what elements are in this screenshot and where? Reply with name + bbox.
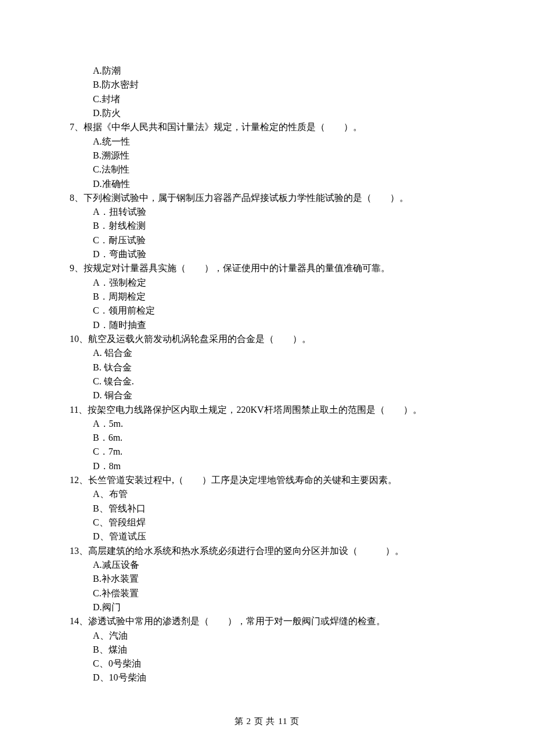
question-7: 7、根据《中华人民共和国计量法》规定，计量检定的性质是（ ）。: [70, 120, 464, 134]
option-q11d: D．8m: [93, 459, 464, 473]
question-8: 8、下列检测试验中，属于钢制压力容器产品焊接试板力学性能试验的是（ ）。: [70, 191, 464, 205]
question-13: 13、高层建筑的给水系统和热水系统必须进行合理的竖向分区并加设（ ）。: [70, 544, 464, 558]
option-q10c: C. 镍合金.: [93, 375, 464, 388]
option-q9b: B．周期检定: [93, 290, 464, 304]
option-q14d: D、10号柴油: [93, 671, 464, 685]
option-q6c: C.封堵: [93, 92, 464, 106]
option-q6d: D.防火: [93, 106, 464, 120]
option-q8c: C．耐压试验: [93, 233, 464, 247]
page-footer: 第 2 页 共 11 页: [0, 715, 534, 728]
option-q11b: B．6m.: [93, 431, 464, 445]
option-q12a: A、布管: [93, 487, 464, 501]
option-q14c: C、0号柴油: [93, 657, 464, 671]
option-q7c: C.法制性: [93, 163, 464, 177]
option-q8d: D．弯曲试验: [93, 247, 464, 261]
option-q13d: D.阀门: [93, 600, 464, 614]
option-q9a: A．强制检定: [93, 276, 464, 290]
question-9: 9、按规定对计量器具实施（ ），保证使用中的计量器具的量值准确可靠。: [70, 261, 464, 275]
option-q14b: B、煤油: [93, 643, 464, 657]
question-12: 12、长竺管道安装过程中,（ ）工序是决定埋地管线寿命的关键和主要因素。: [70, 473, 464, 487]
option-q9c: C．领用前检定: [93, 304, 464, 318]
option-q6b: B.防水密封: [93, 78, 464, 92]
option-q12c: C、管段组焊: [93, 516, 464, 530]
option-q10a: A. 铝合金: [93, 346, 464, 360]
option-q7a: A.统一性: [93, 135, 464, 149]
question-14: 14、渗透试验中常用的渗透剂是（ ），常用于对一般阀门或焊缝的检查。: [70, 614, 464, 628]
option-q12b: B、管线补口: [93, 502, 464, 516]
option-q14a: A、汽油: [93, 629, 464, 643]
question-11: 11、按架空电力线路保护区内取土规定，220KV杆塔周围禁止取土的范围是（ ）。: [70, 403, 464, 417]
option-q7d: D.准确性: [93, 177, 464, 191]
question-10: 10、航空及运载火箭发动机涡轮盘采用的合金是（ ）。: [70, 332, 464, 346]
option-q13a: A.减压设备: [93, 558, 464, 572]
page-content: A.防潮 B.防水密封 C.封堵 D.防火 7、根据《中华人民共和国计量法》规定…: [0, 0, 534, 685]
option-q8a: A．扭转试验: [93, 205, 464, 219]
option-q11c: C．7m.: [93, 445, 464, 459]
option-q8b: B．射线检测: [93, 219, 464, 233]
option-q13c: C.补偿装置: [93, 586, 464, 600]
option-q6a: A.防潮: [93, 64, 464, 78]
option-q10b: B. 钛合金: [93, 361, 464, 375]
option-q7b: B.溯源性: [93, 149, 464, 163]
option-q10d: D. 铜合金: [93, 388, 464, 402]
option-q13b: B.补水装置: [93, 572, 464, 586]
option-q9d: D．随时抽查: [93, 318, 464, 332]
option-q11a: A．5m.: [93, 417, 464, 431]
option-q12d: D、管道试压: [93, 530, 464, 543]
